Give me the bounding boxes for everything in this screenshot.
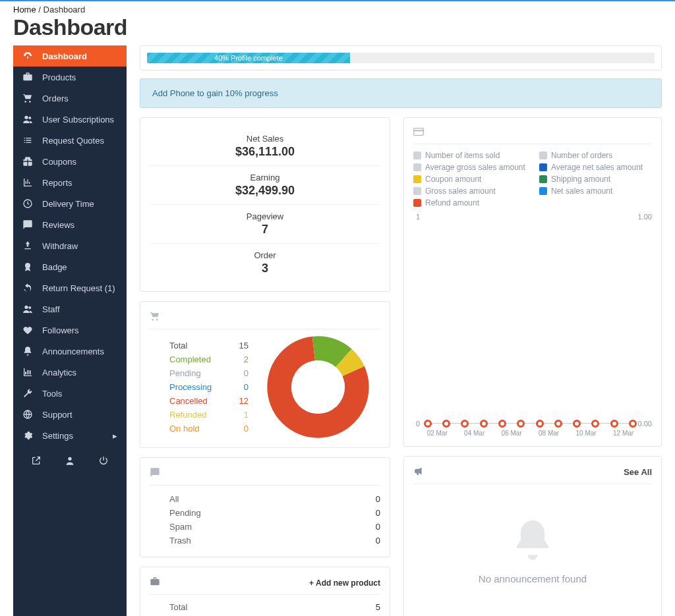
sidebar-item-label: Delivery Time: [42, 199, 94, 209]
products-card: + Add new product Total5Live4Offline1Pen…: [140, 567, 390, 616]
profile-progress-fill: 40% Profile complete: [147, 53, 350, 63]
order-status-row: Total15: [169, 339, 249, 352]
chart-xlabel: 02 Mar: [427, 430, 448, 437]
sidebar-item-staff[interactable]: Staff: [13, 298, 127, 320]
users-icon: [22, 114, 33, 125]
upload-icon: [22, 240, 33, 251]
stat-pageview: Pageview7: [150, 205, 380, 244]
legend-item[interactable]: Net sales amount: [539, 186, 652, 196]
add-new-product-link[interactable]: + Add new product: [309, 578, 380, 588]
page-title: Dashboard: [0, 14, 675, 45]
logout-button[interactable]: [98, 455, 109, 468]
legend-item[interactable]: Number of orders: [539, 151, 652, 160]
sidebar-item-dashboard[interactable]: Dashboard: [13, 45, 127, 67]
order-status-row: Pending0: [169, 366, 249, 380]
chevron-right-icon: ▸: [113, 431, 117, 441]
legend-item[interactable]: Coupon amount: [413, 175, 526, 184]
sidebar-item-products[interactable]: Products: [13, 67, 127, 88]
sidebar-item-label: Coupons: [42, 157, 76, 167]
svg-point-1: [28, 117, 31, 119]
legend-item[interactable]: Shipping amount: [539, 175, 652, 184]
sidebar-item-user-subscriptions[interactable]: User Subscriptions: [13, 109, 127, 130]
chart-icon: [22, 177, 33, 188]
sidebar-item-label: Announcements: [42, 347, 104, 356]
sidebar-item-support[interactable]: Support: [13, 404, 127, 425]
breadcrumb-home[interactable]: Home: [13, 5, 36, 14]
sidebar-item-label: Reports: [42, 178, 73, 188]
globe-icon: [22, 409, 33, 420]
sidebar-item-label: User Subscriptions: [42, 115, 114, 125]
order-status-row: On hold0: [169, 422, 249, 435]
sidebar-item-coupons[interactable]: Coupons: [13, 151, 127, 172]
sidebar-item-followers[interactable]: Followers: [13, 320, 127, 341]
sidebar-item-return-request-1-[interactable]: Return Request (1): [13, 277, 127, 298]
legend-item[interactable]: Gross sales amount: [413, 186, 526, 196]
svg-point-11: [291, 360, 344, 414]
heart-icon: [22, 325, 33, 335]
sidebar-item-tools[interactable]: Tools: [13, 383, 127, 404]
chart-point: [591, 420, 599, 428]
sidebar-item-reviews[interactable]: Reviews: [13, 214, 127, 235]
product-row: Total5: [169, 600, 380, 614]
users-icon: [22, 304, 33, 314]
chart-point: [629, 420, 637, 428]
wrench-icon: [22, 388, 33, 399]
sidebar-item-announcements[interactable]: Announcements: [13, 341, 127, 362]
sidebar-item-label: Tools: [42, 389, 62, 399]
see-all-link[interactable]: See All: [624, 467, 652, 477]
cart-icon: [150, 311, 380, 329]
review-row: All0: [169, 492, 380, 506]
legend-item[interactable]: Refund amount: [413, 198, 526, 208]
profile-button[interactable]: [65, 455, 75, 468]
gift-icon: [22, 156, 33, 167]
breadcrumb-current: Dashboard: [44, 5, 86, 14]
sidebar-item-delivery-time[interactable]: Delivery Time: [13, 193, 127, 214]
chart-point: [517, 420, 525, 428]
svg-point-4: [24, 306, 28, 309]
chart-point: [536, 420, 544, 428]
briefcase-icon: [150, 576, 160, 589]
clock-icon: [22, 198, 33, 209]
profile-tip-banner: Add Phone to gain 10% progress: [140, 78, 662, 108]
sidebar-item-label: Settings: [42, 431, 73, 441]
review-row: Trash0: [169, 534, 380, 547]
chart-point: [554, 420, 562, 428]
sales-line-chart: 1 1.00 0 0.00 02 Mar04 Mar06 Mar08 Mar10…: [413, 213, 652, 437]
sidebar-item-reports[interactable]: Reports: [13, 172, 127, 193]
cart-icon: [22, 93, 33, 103]
sidebar-item-label: Orders: [42, 94, 69, 103]
sidebar-item-analytics[interactable]: Analytics: [13, 362, 127, 383]
chart-legend: Number of items soldNumber of ordersAver…: [413, 151, 652, 208]
sidebar-item-orders[interactable]: Orders: [13, 88, 127, 109]
sidebar-item-label: Dashboard: [42, 51, 87, 61]
chart-xlabel: 08 Mar: [539, 430, 559, 437]
sidebar-item-badge[interactable]: Badge: [13, 256, 127, 277]
svg-point-0: [24, 116, 28, 119]
announcements-empty-text: No announcement found: [479, 573, 587, 584]
legend-item[interactable]: Average net sales amount: [539, 163, 652, 172]
sidebar-item-request-quotes[interactable]: Request Quotes: [13, 130, 127, 151]
stat-earning: Earning$32,499.90: [150, 166, 380, 205]
legend-item[interactable]: Average gross sales amount: [413, 163, 526, 172]
orders-donut-chart: [255, 336, 380, 438]
review-row: Spam0: [169, 520, 380, 534]
sidebar-item-settings[interactable]: Settings▸: [13, 425, 127, 446]
chart-point: [610, 420, 618, 428]
profile-progress-card: 40% Profile complete: [140, 45, 662, 70]
dashboard-icon: [22, 51, 33, 61]
chart-point: [424, 420, 432, 428]
megaphone-icon: [413, 466, 424, 478]
breadcrumb: Home / Dashboard: [0, 1, 675, 14]
sidebar: DashboardProductsOrdersUser Subscription…: [13, 45, 127, 616]
comments-icon: [150, 467, 380, 486]
chart-xlabel: 04 Mar: [464, 430, 484, 437]
sidebar-item-label: Support: [42, 410, 73, 420]
sidebar-item-withdraw[interactable]: Withdraw: [13, 235, 127, 256]
chart-point: [498, 420, 506, 428]
gear-icon: [22, 430, 33, 441]
sidebar-item-label: Followers: [42, 325, 79, 335]
chart-xlabel: 06 Mar: [502, 430, 522, 437]
view-store-button[interactable]: [31, 455, 42, 468]
legend-item[interactable]: Number of items sold: [413, 151, 526, 160]
sidebar-item-label: Staff: [42, 304, 60, 314]
